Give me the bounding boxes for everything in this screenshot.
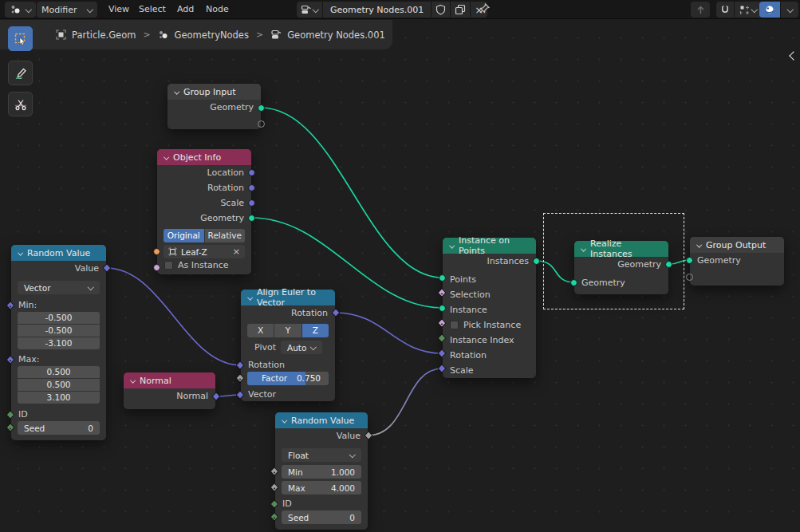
node-realize-instances[interactable]: Realize Instances Geometry Geometry [574, 241, 668, 294]
field-value: 4.000 [331, 483, 355, 493]
original-button[interactable]: Original [164, 229, 204, 242]
socket-geometry-output[interactable] [258, 104, 265, 112]
node-group-output[interactable]: Group Output Geometry [690, 237, 784, 286]
node-header[interactable]: Group Input [167, 84, 261, 100]
collapse-chevron-icon[interactable] [696, 242, 702, 248]
tool-links-cut[interactable] [8, 92, 33, 116]
object-data-icon [168, 247, 177, 256]
relative-button[interactable]: Relative [205, 229, 246, 242]
collapse-chevron-icon[interactable] [18, 250, 23, 256]
socket-geometry-output[interactable] [248, 215, 255, 222]
socket-factor-input[interactable] [235, 373, 244, 382]
socket-object-input[interactable] [153, 248, 160, 255]
snap-mode-dropdown[interactable] [735, 2, 762, 18]
pin-button[interactable] [479, 2, 491, 14]
socket-geometry-output[interactable] [665, 261, 672, 268]
max-y-field[interactable]: 0.500 [18, 379, 100, 391]
data-type-dropdown[interactable]: Vector [18, 281, 100, 294]
object-selector-field[interactable]: Leaf-Z × [164, 245, 245, 258]
socket-instance-input[interactable] [439, 305, 446, 312]
socket-geometry-input[interactable] [570, 279, 577, 286]
node-random-value-vector[interactable]: Random Value Value Vector Min: -0.500 -0… [11, 245, 106, 440]
socket-min-input[interactable] [270, 467, 278, 475]
socket-geometry-input[interactable] [686, 257, 693, 264]
node-header[interactable]: Align Euler to Vector [241, 290, 335, 305]
min-y-field[interactable]: -0.500 [18, 325, 100, 337]
go-to-parent-button[interactable] [691, 2, 710, 18]
fake-user-button[interactable] [432, 2, 450, 18]
collapse-chevron-icon[interactable] [282, 418, 287, 424]
socket-scale-output[interactable] [248, 199, 255, 207]
socket-label: Rotation [207, 183, 244, 193]
collapse-chevron-icon[interactable] [164, 155, 169, 160]
browse-nodetree-button[interactable] [297, 2, 322, 18]
socket-seed-input[interactable] [6, 423, 14, 432]
socket-rotation-output[interactable] [248, 184, 255, 191]
node-header[interactable]: Group Output [690, 237, 784, 253]
node-normal[interactable]: Normal Normal [124, 372, 215, 409]
menu-add[interactable]: Add [174, 0, 197, 19]
max-z-field[interactable]: 3.100 [18, 392, 100, 404]
as-instance-checkbox[interactable] [164, 261, 173, 270]
output-row-value: Value [11, 261, 106, 276]
socket-location-output[interactable] [248, 169, 255, 176]
factor-slider[interactable]: Factor 0.750 [247, 372, 329, 385]
pivot-dropdown[interactable]: Auto [281, 341, 322, 354]
socket-virtual[interactable] [686, 274, 693, 281]
mode-dropdown[interactable]: Modifier [37, 2, 97, 18]
socket-instances-output[interactable] [533, 258, 540, 265]
editor-type-button[interactable] [5, 2, 36, 18]
overlays-toggle-button[interactable] [759, 2, 780, 18]
node-header[interactable]: Normal [124, 372, 215, 388]
sidebar-toggle-chevron-icon[interactable] [789, 51, 798, 62]
node-group-input[interactable]: Group Input Geometry [167, 84, 261, 129]
output-row-rotation: Rotation [157, 180, 251, 195]
node-header[interactable]: Instance on Points [443, 238, 536, 254]
collapse-chevron-icon[interactable] [130, 378, 136, 384]
min-z-field[interactable]: -3.100 [18, 337, 100, 349]
collapse-chevron-icon[interactable] [174, 89, 179, 95]
node-header[interactable]: Object Info [157, 149, 251, 165]
breadcrumb-separator: > [256, 30, 263, 40]
socket-seed-input[interactable] [270, 512, 278, 521]
seed-field[interactable]: Seed 0 [282, 510, 361, 524]
node-header[interactable]: Random Value [275, 412, 368, 428]
seed-field[interactable]: Seed 0 [18, 421, 100, 435]
min-x-field[interactable]: -0.500 [18, 312, 100, 324]
socket-virtual[interactable] [258, 120, 265, 128]
node-instance-on-points[interactable]: Instance on Points Instances Points Sele… [443, 238, 536, 378]
node-random-value-float[interactable]: Random Value Value Float Min 1.000 Max 4… [275, 412, 368, 530]
menu-node[interactable]: Node [203, 0, 232, 19]
socket-label: Geometry [210, 102, 254, 112]
tool-tweak-select-box[interactable] [8, 26, 33, 51]
socket-points-input[interactable] [439, 274, 446, 282]
node-align-euler-to-vector[interactable]: Align Euler to Vector Rotation X Y Z Piv… [241, 290, 335, 401]
snap-toggle-button[interactable] [716, 2, 734, 18]
tool-annotate[interactable] [8, 61, 33, 85]
axis-y-button[interactable]: Y [274, 324, 301, 337]
node-header[interactable]: Realize Instances [574, 241, 668, 257]
max-field[interactable]: Max 4.000 [282, 481, 361, 495]
axis-x-button[interactable]: X [247, 324, 274, 337]
input-label: Max: [18, 354, 39, 365]
node-object-info[interactable]: Object Info Location Rotation Scale Geom… [157, 149, 251, 274]
datablock-name[interactable]: Geometry Nodes.001 [323, 2, 431, 18]
collapse-chevron-icon[interactable] [449, 243, 455, 249]
data-type-dropdown[interactable]: Float [282, 448, 361, 462]
max-x-field[interactable]: 0.500 [18, 366, 100, 378]
menu-view[interactable]: View [105, 0, 132, 19]
input-label: Vector [248, 389, 276, 400]
menu-select[interactable]: Select [136, 0, 169, 19]
node-header[interactable]: Random Value [11, 245, 106, 261]
clear-object-icon[interactable]: × [233, 246, 240, 257]
axis-z-button[interactable]: Z [302, 324, 329, 337]
collapse-chevron-icon[interactable] [247, 295, 253, 301]
socket-max-input[interactable] [270, 483, 278, 491]
pick-instance-checkbox[interactable] [450, 321, 459, 329]
new-copy-button[interactable] [451, 2, 470, 18]
min-field[interactable]: Min 1.000 [282, 465, 361, 479]
overlays-dropdown[interactable] [781, 2, 798, 18]
node-editor-canvas[interactable]: Group Input Geometry Object Info Locatio… [0, 0, 800, 532]
socket-as-instance-input[interactable] [153, 264, 160, 271]
collapse-chevron-icon[interactable] [581, 246, 586, 252]
